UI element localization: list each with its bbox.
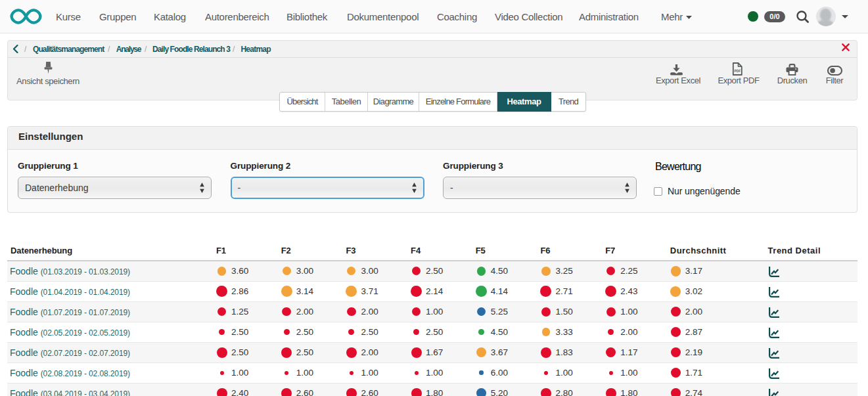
svg-text:PDF: PDF xyxy=(735,70,741,73)
